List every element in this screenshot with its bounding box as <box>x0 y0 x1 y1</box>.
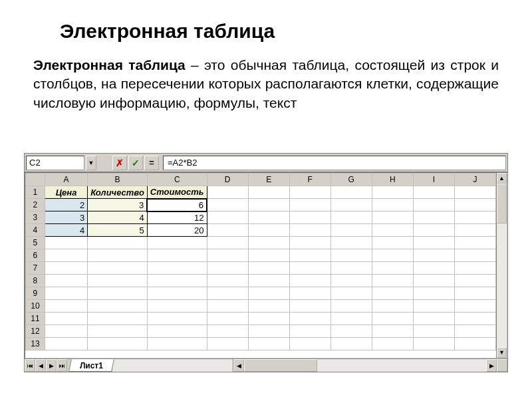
select-all-corner[interactable] <box>26 174 45 186</box>
col-header-E[interactable]: E <box>248 174 289 186</box>
formula-cancel-button[interactable]: ✗ <box>112 156 127 170</box>
row-header-1[interactable]: 1 <box>26 186 45 199</box>
scroll-up-button[interactable]: ▲ <box>497 173 507 184</box>
cell[interactable] <box>147 249 207 262</box>
cell[interactable] <box>45 300 87 313</box>
row-header-12[interactable]: 12 <box>26 325 45 338</box>
cell[interactable] <box>248 237 289 249</box>
cell-J1[interactable] <box>454 186 495 199</box>
cell[interactable] <box>372 300 413 313</box>
cell-F3[interactable] <box>289 211 331 224</box>
cell[interactable] <box>331 275 372 287</box>
cell[interactable] <box>454 275 495 287</box>
cell[interactable] <box>289 338 331 350</box>
cell-C3[interactable]: 12 <box>147 211 207 224</box>
cell[interactable] <box>45 325 87 338</box>
cell-C1[interactable]: Стоимость <box>147 186 207 199</box>
cell[interactable] <box>248 287 289 300</box>
cell[interactable] <box>88 313 148 325</box>
cell-E3[interactable] <box>248 211 289 224</box>
cell[interactable] <box>331 300 372 313</box>
cell-D4[interactable] <box>207 224 248 237</box>
cell[interactable] <box>372 325 413 338</box>
row-header-11[interactable]: 11 <box>26 313 45 325</box>
cell[interactable] <box>454 300 495 313</box>
cell-B3[interactable]: 4 <box>88 211 148 224</box>
cell[interactable] <box>207 262 248 275</box>
cell-G2[interactable] <box>331 199 372 211</box>
cell[interactable] <box>372 262 413 275</box>
cell[interactable] <box>45 338 87 350</box>
cell[interactable] <box>454 249 495 262</box>
cell[interactable] <box>45 287 87 300</box>
col-header-H[interactable]: H <box>372 174 413 186</box>
formula-equals-button[interactable]: = <box>144 156 159 170</box>
cell[interactable] <box>413 325 454 338</box>
cell-D2[interactable] <box>207 199 248 211</box>
cell[interactable] <box>147 300 207 313</box>
cell[interactable] <box>88 237 148 249</box>
tab-nav-last[interactable]: ⏭ <box>57 359 67 372</box>
col-header-A[interactable]: A <box>45 174 87 186</box>
col-header-B[interactable]: B <box>88 174 148 186</box>
col-header-C[interactable]: C <box>147 174 207 186</box>
cell-G1[interactable] <box>331 186 372 199</box>
cell-E1[interactable] <box>248 186 289 199</box>
cell[interactable] <box>454 262 495 275</box>
cell-A1[interactable]: Цена <box>45 186 87 199</box>
vertical-scrollbar[interactable]: ▲ ▼ <box>496 173 507 358</box>
cell[interactable] <box>289 287 331 300</box>
cell-B4[interactable]: 5 <box>88 224 148 237</box>
cell[interactable] <box>147 262 207 275</box>
cell[interactable] <box>372 338 413 350</box>
cell[interactable] <box>207 325 248 338</box>
cell-E4[interactable] <box>248 224 289 237</box>
cell[interactable] <box>248 300 289 313</box>
col-header-G[interactable]: G <box>331 174 372 186</box>
row-header-3[interactable]: 3 <box>26 211 45 224</box>
col-header-D[interactable]: D <box>207 174 248 186</box>
col-header-J[interactable]: J <box>454 174 495 186</box>
cell[interactable] <box>289 325 331 338</box>
resize-grip[interactable] <box>497 359 507 372</box>
cell-G4[interactable] <box>331 224 372 237</box>
cell[interactable] <box>207 287 248 300</box>
cell[interactable] <box>331 262 372 275</box>
cell-I4[interactable] <box>413 224 454 237</box>
col-header-I[interactable]: I <box>413 174 454 186</box>
cell[interactable] <box>248 313 289 325</box>
cell[interactable] <box>248 325 289 338</box>
cell[interactable] <box>88 287 148 300</box>
cell[interactable] <box>45 262 87 275</box>
cell[interactable] <box>248 262 289 275</box>
cell[interactable] <box>289 313 331 325</box>
cell[interactable] <box>147 275 207 287</box>
cell-B1[interactable]: Количество <box>88 186 148 199</box>
cell[interactable] <box>88 300 148 313</box>
cell-F4[interactable] <box>289 224 331 237</box>
cell-F2[interactable] <box>289 199 331 211</box>
cell[interactable] <box>454 237 495 249</box>
cell[interactable] <box>454 313 495 325</box>
tab-nav-first[interactable]: ⏮ <box>25 359 35 372</box>
row-header-5[interactable]: 5 <box>26 237 45 249</box>
cell[interactable] <box>289 300 331 313</box>
row-header-4[interactable]: 4 <box>26 224 45 237</box>
cell-A4[interactable]: 4 <box>45 224 87 237</box>
cell[interactable] <box>88 338 148 350</box>
row-header-8[interactable]: 8 <box>26 275 45 287</box>
cell-G3[interactable] <box>331 211 372 224</box>
cell-J2[interactable] <box>454 199 495 211</box>
cell[interactable] <box>207 249 248 262</box>
cell[interactable] <box>413 237 454 249</box>
cell-C4[interactable]: 20 <box>147 224 207 237</box>
cell[interactable] <box>454 338 495 350</box>
cell[interactable] <box>454 325 495 338</box>
cell[interactable] <box>88 275 148 287</box>
tab-nav-next[interactable]: ▶ <box>46 359 57 372</box>
cell[interactable] <box>248 249 289 262</box>
cell-H1[interactable] <box>372 186 413 199</box>
cell[interactable] <box>207 237 248 249</box>
scroll-down-button[interactable]: ▼ <box>497 347 507 358</box>
cell[interactable] <box>88 262 148 275</box>
